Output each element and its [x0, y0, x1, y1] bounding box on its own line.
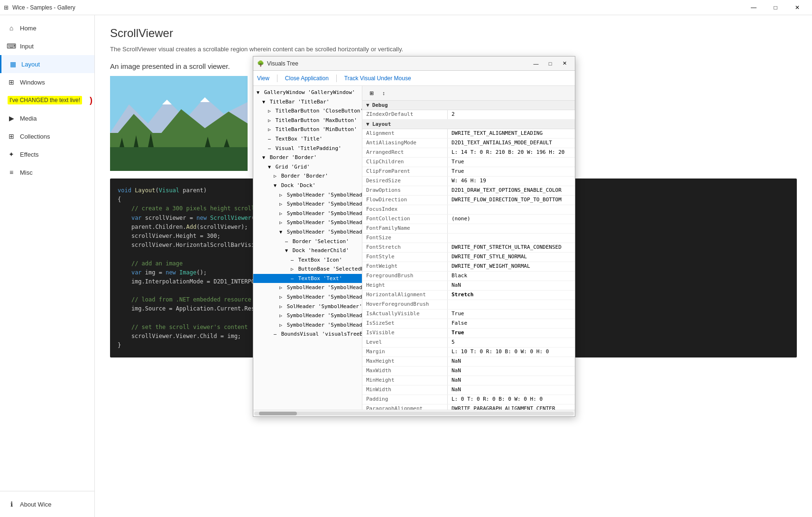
tree-item-textbox-text[interactable]: — TextBox 'Text'	[253, 274, 362, 283]
tree-item-sym8[interactable]: ▷ SymbolHeader 'SymbolHeader'	[253, 311, 362, 320]
tree-item-maxbutton[interactable]: ▷ TitleBarButton 'MaxButton'	[253, 116, 362, 125]
props-icon-btn-2[interactable]: ↕	[378, 88, 389, 98]
tree-item-grid[interactable]: ▼ Grid 'Grid'	[253, 162, 362, 172]
prop-padding: Padding L: 0 T: 0 R: 0 B: 0 W: 0 H: 0	[362, 395, 575, 404]
prop-foregroundbrush: ForegroundBrush Black	[362, 272, 575, 281]
window-minimize-button[interactable]: —	[529, 58, 543, 69]
sidebar-item-media[interactable]: ▶ Media	[0, 109, 94, 127]
prop-arrangedrect: ArrangedRect L: 14 T: 0 R: 210 B: 20 W: …	[362, 148, 575, 158]
sidebar-label-input: Input	[20, 43, 34, 50]
misc-icon: ≡	[8, 169, 15, 176]
prop-level: Level 5	[362, 338, 575, 348]
scrollbar-thumb[interactable]	[259, 412, 297, 415]
layout-section-header[interactable]: ▼ Layout	[362, 120, 575, 129]
prop-clipfromparent: ClipFromParent True	[362, 167, 575, 177]
effects-icon: ✦	[8, 150, 15, 158]
prop-drawoptions: DrawOptions D2D1_DRAW_TEXT_OPTIONS_ENABL…	[362, 186, 575, 196]
tree-item-sym1[interactable]: ▷ SymbolHeader 'SymbolHeader'	[253, 190, 362, 200]
expand-icon: ▼	[255, 89, 261, 96]
prop-fontfamilyname: FontFamilyName	[362, 224, 575, 234]
tree-item-border2[interactable]: ▷ Border 'Border'	[253, 171, 362, 181]
home-icon: ⌂	[8, 24, 15, 32]
tree-item-titlebar[interactable]: ▼ TitleBar 'TitleBar'	[253, 97, 362, 107]
prop-maxheight: MaxHeight NaN	[362, 357, 575, 367]
props-icon-btn-1[interactable]: ⊞	[366, 88, 377, 98]
tree-item-sym6[interactable]: ▷ SymbolHeader 'SymbolHeader'	[253, 283, 362, 292]
sidebar-label-effects: Effects	[20, 151, 39, 158]
tree-item-solheader[interactable]: ▷ SolHeader 'SymbolHeader'	[253, 302, 362, 311]
tree-item-minbutton[interactable]: ▷ TitleBarButton 'MinButton'	[253, 125, 362, 134]
tree-item-textbox-title[interactable]: — TextBox 'Title'	[253, 134, 362, 144]
sidebar-item-input[interactable]: ⌨ Input	[0, 37, 94, 55]
close-button[interactable]: ✕	[786, 0, 808, 15]
track-visual-link[interactable]: Track Visual Under Mouse	[344, 75, 411, 82]
maximize-button[interactable]: □	[765, 0, 786, 15]
prop-horizontalalignment: HorizontalAlignment Stretch	[362, 291, 575, 300]
prop-maxwidth: MaxWidth NaN	[362, 367, 575, 376]
sidebar-item-windows[interactable]: ⊞ Windows	[0, 73, 94, 91]
prop-minheight: MinHeight NaN	[362, 376, 575, 385]
close-app-link[interactable]: Close Application	[285, 75, 329, 82]
prop-height: Height NaN	[362, 281, 575, 291]
tree-item-sym4[interactable]: ▷ SymbolHeader 'SymbolHeader'	[253, 218, 362, 227]
sidebar-item-effects[interactable]: ✦ Effects	[0, 145, 94, 163]
tree-item-sym9[interactable]: ▷ SymbolHeader 'SymbolHeader'	[253, 320, 362, 330]
tree-item-buttonbase[interactable]: ▷ ButtonBase 'SelectedButton'	[253, 264, 362, 274]
tree-item-sym2[interactable]: ▷ SymbolHeader 'SymbolHeader'	[253, 199, 362, 209]
sidebar-item-home[interactable]: ⌂ Home	[0, 19, 94, 37]
page-description: The ScrollViewer visual creates a scroll…	[110, 46, 797, 53]
window-close-button[interactable]: ✕	[558, 58, 571, 69]
title-bar-title: ⊞ Wice - Samples - Gallery	[4, 4, 75, 11]
prop-fontstyle: FontStyle DWRITE_FONT_STYLE_NORMAL	[362, 253, 575, 262]
minimize-button[interactable]: —	[743, 0, 765, 15]
prop-clipchildren: ClipChildren True	[362, 158, 575, 167]
visuals-tree-window: 🌳 Visuals Tree — □ ✕ View Close Applicat…	[253, 56, 575, 417]
collections-icon: ⊞	[8, 132, 15, 140]
input-icon: ⌨	[8, 42, 15, 50]
sidebar: ⌂ Home ⌨ Input ▦ Layout ⊞ Windows I've C…	[0, 15, 95, 517]
tree-item-visual-titlepadding[interactable]: — Visual 'TitlePadding'	[253, 144, 362, 153]
tree-item-border[interactable]: ▼ Border 'Border'	[253, 153, 362, 162]
tree-item-closebutton[interactable]: ▷ TitleBarButton 'CloseButton'	[253, 106, 362, 116]
prop-fontstretch: FontStretch DWRITE_FONT_STRETCH_ULTRA_CO…	[362, 243, 575, 253]
sidebar-bottom: ℹ About Wice	[0, 491, 94, 513]
tree-item-boundsvisual[interactable]: — BoundsVisual 'visualsTreeBounds'	[253, 329, 362, 339]
tree-item-sym5-expanded[interactable]: ▼ SymbolHeader 'SymbolHeader'	[253, 227, 362, 237]
tree-item-gallerywindow[interactable]: ▼ GalleryWindow 'GalleryWindow'	[253, 88, 362, 97]
tree-item-border-selection[interactable]: — Border 'Selection'	[253, 237, 362, 246]
debug-section-header[interactable]: ▼ Debug	[362, 101, 575, 110]
layout-section-label: Layout	[372, 121, 391, 127]
layout-collapse-icon: ▼	[366, 121, 369, 127]
window-toolbar: View Close Application Track Visual Unde…	[253, 71, 575, 86]
sidebar-label-windows: Windows	[20, 79, 45, 86]
sidebar-item-changed[interactable]: I've CHANGED the text live! )	[0, 91, 94, 109]
sidebar-item-collections[interactable]: ⊞ Collections	[0, 127, 94, 145]
tree-item-textbox-icon[interactable]: — TextBox 'Icon'	[253, 255, 362, 265]
prop-flowdirection: FlowDirection DWRITE_FLOW_DIRECTION_TOP_…	[362, 196, 575, 205]
page-title: ScrollViewer	[110, 27, 797, 40]
window-maximize-button[interactable]: □	[544, 58, 557, 69]
window-body: ▼ GalleryWindow 'GalleryWindow' ▼ TitleB…	[253, 86, 575, 410]
props-toolbar: ⊞ ↕	[362, 86, 575, 101]
about-icon: ℹ	[8, 500, 15, 508]
sidebar-label-about: About Wice	[20, 501, 51, 508]
tree-item-sym3[interactable]: ▷ SymbolHeader 'SymbolHeader'	[253, 209, 362, 218]
prop-margin: Margin L: 10 T: 0 R: 10 B: 0 W: 0 H: 0	[362, 348, 575, 357]
sidebar-label-home: Home	[20, 25, 37, 32]
sidebar-label-media: Media	[20, 115, 37, 122]
horizontal-scrollbar[interactable]	[253, 410, 575, 416]
sidebar-item-misc[interactable]: ≡ Misc	[0, 163, 94, 181]
visuals-tree-icon: 🌳	[257, 60, 264, 67]
view-link[interactable]: View	[257, 75, 269, 82]
sidebar-item-layout[interactable]: ▦ Layout	[0, 55, 94, 73]
tree-item-dock[interactable]: ▼ Dock 'Dock'	[253, 181, 362, 190]
tree-item-sym7[interactable]: ▷ SymbolHeader 'SymbolHeader'	[253, 292, 362, 302]
sidebar-item-about[interactable]: ℹ About Wice	[0, 495, 94, 513]
tree-item-dock-headerchild[interactable]: ▼ Dock 'headerChild'	[253, 246, 362, 255]
sidebar-label-layout: Layout	[21, 61, 40, 68]
prop-hoverforegroundbrush: HoverForegroundBrush	[362, 300, 575, 310]
toolbar-separator	[277, 75, 277, 82]
debug-section-label: Debug	[372, 102, 388, 108]
prop-fontweight: FontWeight DWRITE_FONT_WEIGHT_NORMAL	[362, 262, 575, 272]
media-icon: ▶	[8, 114, 15, 122]
